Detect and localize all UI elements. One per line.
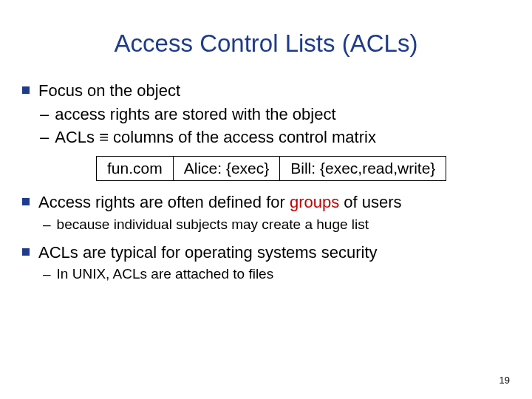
bullet-2: Access rights are often defined for grou…: [22, 191, 510, 214]
groups-emphasis: groups: [290, 193, 339, 211]
bullet-1-sub-1: – access rights are stored with the obje…: [40, 103, 510, 126]
bullet-1-text: Focus on the object: [38, 80, 180, 102]
bullet-2-sub-1-text: because individual subjects may create a…: [57, 215, 369, 234]
dash-icon: –: [40, 103, 49, 126]
bullet-1-sub-2: – ACLs ≡ columns of the access control m…: [40, 126, 510, 149]
slide-body: Focus on the object – access rights are …: [22, 80, 510, 284]
bullet-3-sub-1-text: In UNIX, ACLs are attached to files: [57, 265, 274, 284]
square-bullet-icon: [22, 248, 30, 256]
square-bullet-icon: [22, 198, 30, 205]
dash-icon: –: [43, 265, 51, 284]
square-bullet-icon: [22, 86, 30, 94]
dash-icon: –: [40, 126, 49, 149]
bullet-1-sub-1-text: access rights are stored with the object: [55, 103, 335, 126]
bullet-1-sub-2-text: ACLs ≡ columns of the access control mat…: [55, 126, 376, 149]
bullet-2-sub-1: – because individual subjects may create…: [43, 215, 510, 234]
table-cell-object: fun.com: [97, 157, 174, 181]
dash-icon: –: [43, 215, 51, 234]
table-row: fun.com Alice: {exec} Bill: {exec,read,w…: [97, 157, 446, 181]
acl-table: fun.com Alice: {exec} Bill: {exec,read,w…: [96, 156, 510, 181]
bullet-3-sub-1: – In UNIX, ACLs are attached to files: [43, 265, 510, 284]
bullet-block-2: Access rights are often defined for grou…: [22, 191, 510, 233]
bullet-2-text: Access rights are often defined for grou…: [38, 191, 402, 214]
bullet-block-1: Focus on the object – access rights are …: [22, 80, 510, 149]
slide-title: Access Control Lists (ACLs): [22, 30, 510, 58]
table-cell-bill: Bill: {exec,read,write}: [280, 157, 446, 181]
page-number: 19: [499, 375, 510, 386]
bullet-3: ACLs are typical for operating systems s…: [22, 242, 510, 264]
bullet-1: Focus on the object: [22, 80, 510, 102]
bullet-block-3: ACLs are typical for operating systems s…: [22, 242, 510, 284]
table-cell-alice: Alice: {exec}: [173, 157, 280, 181]
bullet-3-text: ACLs are typical for operating systems s…: [38, 242, 378, 264]
